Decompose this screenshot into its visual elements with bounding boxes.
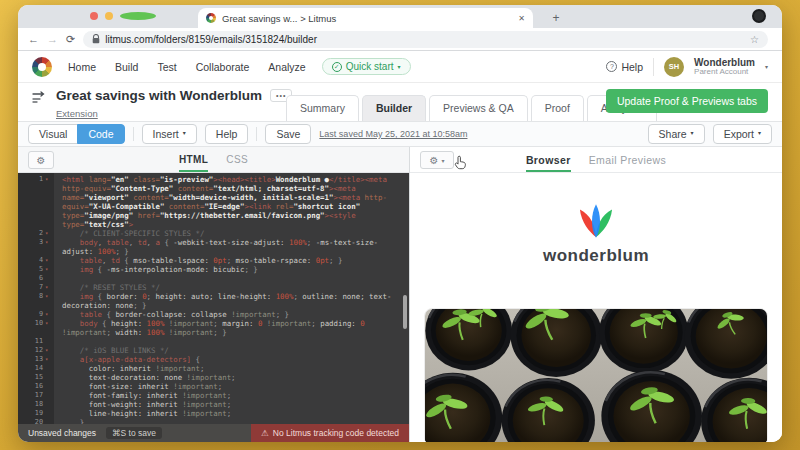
close-tab-icon[interactable]: ✕ [518,14,525,23]
collection-move-icon[interactable] [32,91,48,103]
gear-icon: ⚙ [37,155,46,166]
save-button[interactable]: Save [265,124,311,145]
browser-tab-title: Great savings w... > Litmus [222,13,512,24]
code-line: 5▾ img { -ms-interpolation-mode: bicubic… [18,265,409,274]
help-menu[interactable]: ? Help [606,61,643,73]
litmus-logo-icon[interactable] [32,57,52,77]
code-line: 14 color: inherit !important; [18,364,409,373]
code-line: 11 [18,337,409,346]
account-avatar[interactable]: SH [664,57,684,77]
seedlings-photo [424,308,768,442]
address-bar[interactable]: litmus.com/folders/8159/emails/3151824/b… [83,31,768,48]
code-line: 2▾ /* CLIENT-SPECIFIC STYLES */ [18,229,409,238]
litmus-favicon-icon [206,13,216,23]
main-nav: Home Build Test Collaborate Analyze [68,61,306,73]
code-line: 6 [18,274,409,283]
tab-proof[interactable]: Proof [531,95,584,121]
chevron-down-icon: ▾ [691,130,694,137]
check-circle-icon: ✓ [332,62,342,72]
close-window-button[interactable] [90,12,98,20]
code-lines: 1▾<html lang="en" class="is-preview"><he… [18,175,409,424]
browser-tab[interactable]: Great savings w... > Litmus ✕ [198,8,533,28]
code-line: 17 font-family: inherit !important; [18,391,409,400]
gear-icon: ⚙ [430,155,439,166]
insert-label: Insert [153,128,179,141]
chevron-down-icon: ▾ [758,130,761,137]
share-label: Share [659,128,687,141]
forward-icon[interactable]: → [47,34,58,45]
save-shortcut-hint: ⌘S to save [106,427,162,439]
view-mode-toggle: Visual Code [28,124,125,145]
preview-panel: ⚙ ▾ Browser Email Previews [410,147,782,442]
divider [653,58,654,76]
tab-previews-qa[interactable]: Previews & QA [429,95,528,121]
bookmark-star-icon[interactable]: ☆ [750,34,759,45]
quick-start-button[interactable]: ✓ Quick start ▾ [322,58,411,75]
tab-html[interactable]: HTML [179,147,208,172]
update-proof-previews-button[interactable]: Update Proof & Previews tabs [606,89,768,113]
code-mode-button[interactable]: Code [77,124,124,145]
code-line: 13▾ a[x-apple-data-detectors] { [18,355,409,364]
quick-start-label: Quick start [346,61,394,72]
code-line: 3▾ body, table, td, a { -webkit-text-siz… [18,238,409,256]
help-button[interactable]: Help [205,124,249,145]
extension-link[interactable]: Extension [56,108,98,119]
mouse-cursor [454,155,467,170]
window-controls [90,12,156,20]
export-button[interactable]: Export ▾ [713,124,772,145]
preview-settings-button[interactable]: ⚙ ▾ [420,151,454,169]
unsaved-changes-label: Unsaved changes [28,428,96,438]
email-preview: wonderblum [410,173,782,442]
editor-panel-header: ⚙ HTML CSS [18,147,409,173]
browser-toolbar: ← → ⟳ litmus.com/folders/8159/emails/315… [18,28,782,51]
tab-email-previews[interactable]: Email Previews [589,147,666,172]
minimize-window-button[interactable] [105,12,113,20]
document-title-bar: Great savings with Wonderblum ••• Extens… [18,83,782,121]
wonderblum-wordmark: wonderblum [410,246,782,266]
url-text[interactable]: litmus.com/folders/8159/emails/3151824/b… [105,34,745,45]
back-icon[interactable]: ← [28,34,39,45]
code-line: 20 } [18,418,409,424]
account-switcher[interactable]: Wonderblum Parent Account [694,57,755,77]
app-header: Home Build Test Collaborate Analyze ✓ Qu… [18,51,782,83]
divider [256,127,257,141]
chevron-down-icon: ▾ [441,157,444,164]
code-line: 16 font-size: inherit !important; [18,382,409,391]
divider [133,127,134,141]
warning-icon: ⚠ [261,428,269,438]
code-line: 15 text-decoration: none !important; [18,373,409,382]
account-type: Parent Account [694,68,755,77]
new-tab-button[interactable]: + [548,11,564,25]
nav-item-home[interactable]: Home [68,61,96,73]
nav-item-test[interactable]: Test [157,61,176,73]
last-saved-link[interactable]: Last saved May 25, 2021 at 10:58am [319,129,467,139]
lock-icon [92,34,100,44]
account-name: Wonderblum [694,57,755,68]
document-tabs: Summary Builder Previews & QA Proof Anal… [286,95,660,121]
nav-item-collaborate[interactable]: Collaborate [196,61,250,73]
editor-scrollbar[interactable] [403,295,407,329]
nav-item-build[interactable]: Build [115,61,138,73]
help-circle-icon: ? [606,61,617,72]
chevron-down-icon[interactable]: ▾ [765,63,768,70]
editor-settings-button[interactable]: ⚙ [28,151,54,169]
tab-summary[interactable]: Summary [286,95,359,121]
reload-icon[interactable]: ⟳ [66,34,75,45]
browser-window: Great savings w... > Litmus ✕ + ← → ⟳ li… [18,5,782,442]
share-button[interactable]: Share ▾ [648,124,705,145]
tab-builder[interactable]: Builder [362,95,426,121]
nav-item-analyze[interactable]: Analyze [268,61,305,73]
visual-mode-button[interactable]: Visual [28,124,78,145]
browser-tabstrip: Great savings w... > Litmus ✕ + [18,5,782,28]
browser-profile-avatar[interactable] [752,9,766,23]
export-label: Export [724,128,754,141]
tab-css[interactable]: CSS [226,147,248,172]
code-line: 1▾<html lang="en" class="is-preview"><he… [18,175,409,229]
insert-menu-button[interactable]: Insert ▾ [142,124,197,145]
maximize-window-button[interactable] [120,12,156,20]
wonderblum-logo: wonderblum [410,173,782,266]
tracking-warning-badge[interactable]: ⚠ No Litmus tracking code detected [251,424,409,442]
code-editor[interactable]: 1▾<html lang="en" class="is-preview"><he… [18,173,409,424]
tab-browser[interactable]: Browser [526,147,571,172]
editor-status-bar: Unsaved changes ⌘S to save ⚠ No Litmus t… [18,424,409,442]
